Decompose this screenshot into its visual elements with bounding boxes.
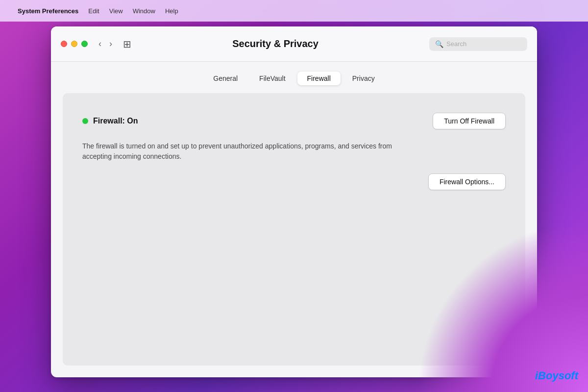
iboysoft-watermark: iBoysoft [535, 369, 578, 382]
content-area: General FileVault Firewall Privacy Firew… [51, 62, 537, 377]
firewall-status-left: Firewall: On [82, 117, 138, 125]
options-row: Firewall Options... [82, 173, 506, 190]
firewall-status-text: Firewall: On [93, 117, 138, 125]
tab-firewall[interactable]: Firewall [297, 72, 341, 85]
firewall-description: The firewall is turned on and set up to … [82, 141, 416, 162]
titlebar: ‹ › ⊞ Security & Privacy 🔍 [51, 26, 537, 62]
menu-edit[interactable]: Edit [88, 7, 99, 15]
search-input[interactable] [446, 40, 521, 48]
tab-general[interactable]: General [203, 72, 247, 85]
firewall-panel: Firewall: On Turn Off Firewall The firew… [63, 93, 525, 366]
search-icon: 🔍 [435, 40, 443, 48]
window-title: Security & Privacy [139, 38, 412, 49]
forward-button[interactable]: › [106, 37, 115, 51]
menu-help[interactable]: Help [165, 7, 178, 15]
maximize-button[interactable] [81, 41, 88, 47]
watermark-suffix: Boysoft [538, 369, 578, 382]
firewall-status-row: Firewall: On Turn Off Firewall [82, 113, 506, 129]
minimize-button[interactable] [71, 41, 77, 47]
grid-icon[interactable]: ⊞ [123, 38, 131, 50]
turn-off-firewall-button[interactable]: Turn Off Firewall [433, 113, 506, 129]
firewall-options-button[interactable]: Firewall Options... [428, 173, 506, 190]
tabs-bar: General FileVault Firewall Privacy [51, 62, 537, 93]
menu-view[interactable]: View [109, 7, 123, 15]
tab-privacy[interactable]: Privacy [343, 72, 385, 85]
nav-buttons: ‹ › [96, 37, 115, 51]
firewall-status-indicator [82, 118, 88, 124]
system-preferences-window: ‹ › ⊞ Security & Privacy 🔍 General FileV… [51, 26, 537, 377]
tab-filevault[interactable]: FileVault [249, 72, 295, 85]
close-button[interactable] [61, 41, 67, 47]
menubar: System Preferences Edit View Window Help [0, 0, 588, 22]
search-box[interactable]: 🔍 [429, 37, 527, 51]
menu-window[interactable]: Window [133, 7, 155, 15]
traffic-lights [61, 41, 88, 47]
back-button[interactable]: ‹ [96, 37, 104, 51]
app-name[interactable]: System Preferences [18, 7, 78, 15]
